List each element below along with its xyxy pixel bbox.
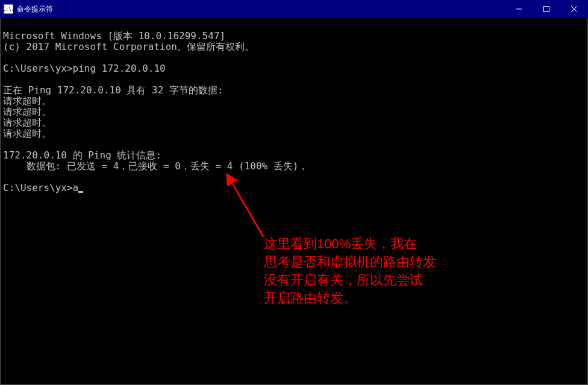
close-button[interactable]: [560, 0, 588, 18]
maximize-button[interactable]: [533, 0, 560, 18]
terminal-input[interactable]: a: [73, 182, 79, 193]
close-icon: [571, 6, 577, 12]
text-cursor: [78, 191, 83, 193]
terminal-line: 正在 Ping 172.20.0.10 具有 32 字节的数据:: [3, 85, 585, 96]
terminal-line: Microsoft Windows [版本 10.0.16299.547]: [3, 31, 585, 42]
svg-rect-0: [544, 7, 549, 12]
app-icon: C:\.: [4, 4, 13, 14]
terminal-line: [3, 139, 585, 150]
window-title: 命令提示符: [17, 4, 53, 14]
window-controls: [505, 0, 588, 18]
terminal-line: 数据包: 已发送 = 4，已接收 = 0，丢失 = 4 (100% 丢失)，: [3, 161, 585, 172]
maximize-icon: [543, 6, 549, 12]
titlebar-left: C:\. 命令提示符: [0, 4, 53, 14]
terminal-line: [3, 172, 585, 183]
terminal-line: 请求超时。: [3, 117, 585, 128]
minimize-icon: [516, 6, 522, 12]
window-titlebar: C:\. 命令提示符: [0, 0, 588, 18]
terminal-line: 请求超时。: [3, 107, 585, 117]
terminal-prompt: C:\Users\yx>: [3, 182, 73, 193]
terminal-line: 请求超时。: [3, 96, 585, 107]
terminal-line: (c) 2017 Microsoft Corporation。保留所有权利。: [3, 42, 585, 52]
terminal-line: 172.20.0.10 的 Ping 统计信息:: [3, 150, 585, 161]
terminal-line: 请求超时。: [3, 128, 585, 139]
minimize-button[interactable]: [505, 0, 533, 18]
terminal-line: [3, 52, 585, 63]
terminal-line: C:\Users\yx>ping 172.20.0.10: [3, 63, 585, 74]
terminal-output[interactable]: Microsoft Windows [版本 10.0.16299.547](c)…: [0, 18, 588, 385]
terminal-line: [3, 74, 585, 85]
